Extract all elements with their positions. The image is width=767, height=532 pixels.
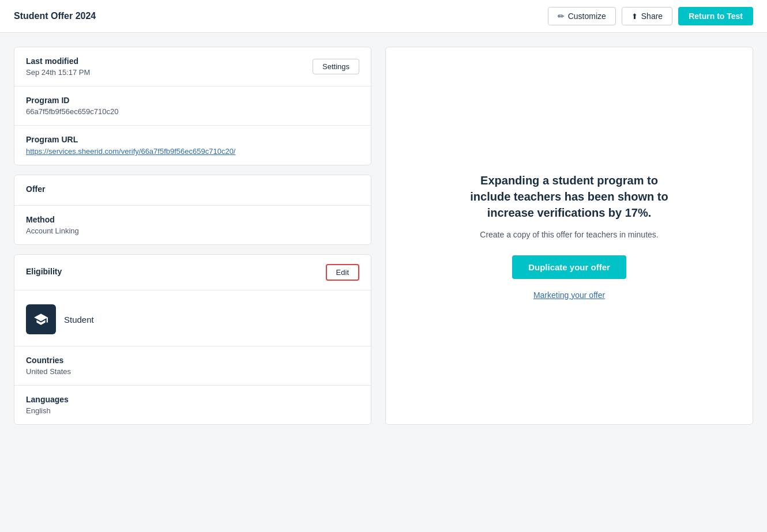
countries-value: United States [26,367,359,376]
promo-heading: Expanding a student program to include t… [460,172,679,221]
promo-subtext: Create a copy of this offer for teachers… [480,230,658,239]
countries-row: Countries United States [14,346,371,386]
page-title: Student Offer 2024 [14,11,96,21]
duplicate-offer-button[interactable]: Duplicate your offer [512,255,626,279]
countries-label: Countries [26,356,359,365]
last-modified-label: Last modified [26,56,90,66]
student-icon [26,304,56,334]
edit-button[interactable]: Edit [326,264,359,281]
customize-button[interactable]: Customize [548,7,616,25]
method-value: Account Linking [26,227,359,235]
share-icon [631,12,638,21]
program-url-link[interactable]: https://services.sheerid.com/verify/66a7… [26,147,236,156]
settings-button[interactable]: Settings [313,59,359,74]
return-to-test-button[interactable]: Return to Test [678,7,753,25]
marketing-offer-link[interactable]: Marketing your offer [533,290,605,300]
header: Student Offer 2024 Customize Share Retur… [0,0,767,33]
program-url-label: Program URL [26,135,359,144]
last-modified-value: Sep 24th 15:17 PM [26,68,90,77]
promo-panel: Expanding a student program to include t… [385,47,753,425]
program-id-row: Program ID 66a7f5fb9f56ec659c710c20 [14,86,371,126]
student-label: Student [64,315,94,325]
left-column: Last modified Sep 24th 15:17 PM Settings… [14,47,371,425]
customize-icon [558,12,565,21]
program-id-label: Program ID [26,96,359,105]
eligibility-label: Eligibility [26,267,62,276]
student-row: Student [14,290,371,346]
eligibility-header-row: Eligibility Edit [14,255,371,290]
student-badge: Student [26,300,359,337]
languages-row: Languages English [14,386,371,424]
program-url-row: Program URL https://services.sheerid.com… [14,126,371,165]
info-card: Last modified Sep 24th 15:17 PM Settings… [14,47,371,165]
method-row: Method Account Linking [14,206,371,244]
languages-label: Languages [26,395,359,404]
offer-row: Offer [14,175,371,206]
share-button[interactable]: Share [622,7,672,25]
offer-card: Offer Method Account Linking [14,175,371,245]
eligibility-card: Eligibility Edit Student Countries Unite… [14,254,371,425]
header-actions: Customize Share Return to Test [548,7,753,25]
last-modified-row: Last modified Sep 24th 15:17 PM Settings [14,47,371,86]
main-layout: Last modified Sep 24th 15:17 PM Settings… [0,33,767,439]
program-id-value: 66a7f5fb9f56ec659c710c20 [26,107,359,116]
languages-value: English [26,406,359,415]
offer-label: Offer [26,184,359,194]
method-label: Method [26,215,359,224]
